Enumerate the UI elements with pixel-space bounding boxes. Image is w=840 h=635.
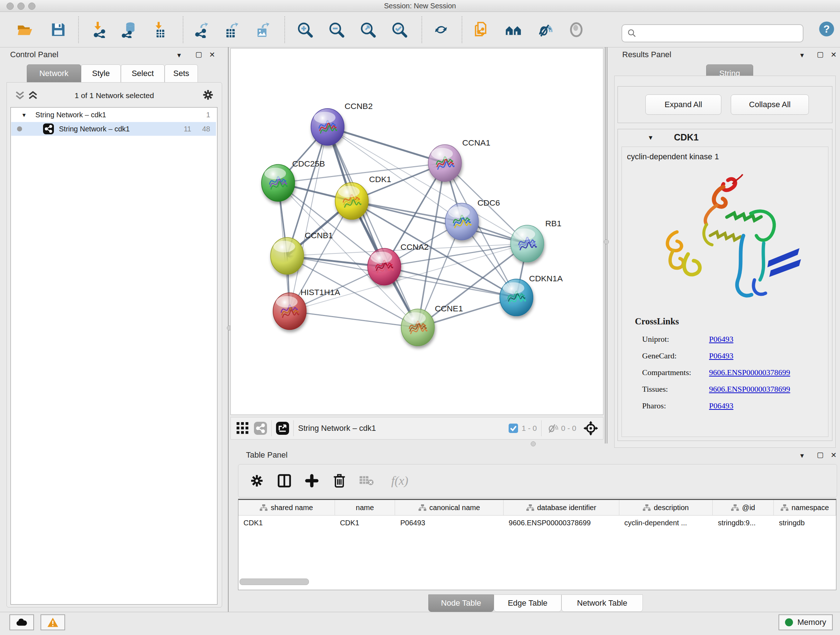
- expand-all-button[interactable]: Expand All: [645, 95, 722, 115]
- edge-ccnb2-ccna1[interactable]: [327, 127, 445, 163]
- column-header-canonicalname[interactable]: canonical name: [395, 500, 504, 515]
- refresh-button[interactable]: [431, 20, 451, 40]
- share-document-button[interactable]: [472, 20, 491, 40]
- save-session-button[interactable]: [49, 20, 68, 40]
- open-in-new-window-icon[interactable]: [276, 422, 289, 435]
- selected-checkbox-icon[interactable]: [508, 424, 518, 433]
- export-network-button[interactable]: [192, 20, 211, 40]
- right-splitter-handle[interactable]: [604, 239, 609, 244]
- edge-cdk1-rb1[interactable]: [352, 201, 527, 244]
- collection-expand-arrow-icon[interactable]: ▼: [21, 112, 27, 118]
- node-cdk1[interactable]: [335, 182, 368, 219]
- tab-style[interactable]: Style: [81, 65, 121, 82]
- import-table-file-button[interactable]: [150, 20, 169, 40]
- control-panel-maximize-button[interactable]: ▢: [195, 51, 202, 58]
- node-ccnb2[interactable]: [311, 109, 344, 146]
- export-table-button[interactable]: [221, 20, 241, 40]
- node-rb1[interactable]: [510, 225, 544, 262]
- zoom-out-button[interactable]: [327, 20, 346, 40]
- crosslink-link[interactable]: P06493: [709, 351, 733, 361]
- help-button[interactable]: ?: [817, 19, 836, 39]
- toolbar-separator: [78, 16, 79, 43]
- column-header-sharedname[interactable]: shared name: [238, 500, 335, 515]
- zoom-in-button[interactable]: [295, 20, 315, 40]
- tab-edge-table[interactable]: Edge Table: [494, 594, 561, 612]
- export-image-button[interactable]: [253, 20, 272, 40]
- delete-column-button[interactable]: [330, 471, 349, 491]
- right-splitter[interactable]: [605, 47, 606, 443]
- table-body: CDK1CDK1P064939606.ENSP00000378699cyclin…: [238, 516, 836, 530]
- grid-view-icon[interactable]: [237, 422, 249, 434]
- zoom-selected-button[interactable]: [390, 20, 409, 40]
- results-panel-float-button[interactable]: ▾: [800, 51, 804, 59]
- table-horizontal-scrollbar[interactable]: [240, 578, 309, 585]
- crosslink-link[interactable]: 9606.ENSP00000378699: [709, 385, 790, 394]
- node-cdkn1a[interactable]: [500, 279, 533, 316]
- bottom-splitter-handle[interactable]: [531, 441, 536, 447]
- memory-button[interactable]: Memory: [778, 614, 833, 630]
- node-ccna2[interactable]: [368, 249, 401, 285]
- crosslink-link[interactable]: P06493: [709, 401, 733, 410]
- network-graph[interactable]: CCNB2CCNA1CDC25BCDK1CDC6RB1CCNB1CCNA2CDK…: [231, 49, 603, 415]
- crosslink-link[interactable]: P06493: [709, 334, 733, 344]
- node-ccnb1[interactable]: [271, 238, 304, 274]
- control-panel-close-button[interactable]: ✕: [209, 51, 215, 58]
- tab-sets[interactable]: Sets: [164, 65, 198, 82]
- table-panel-maximize-button[interactable]: ▢: [817, 451, 824, 458]
- tab-network[interactable]: Network: [27, 65, 81, 82]
- statusbar-separator: [541, 420, 542, 436]
- cloud-icon: [16, 618, 28, 627]
- network-collection-row[interactable]: ▼ String Network – cdk1 1: [11, 108, 216, 122]
- search-input[interactable]: [637, 29, 794, 38]
- cloud-status-button[interactable]: [9, 614, 34, 630]
- show-results-button[interactable]: [567, 20, 586, 40]
- node-hist1h1a[interactable]: [273, 293, 306, 330]
- warnings-button[interactable]: [41, 614, 65, 630]
- node-ccne1[interactable]: [401, 309, 434, 346]
- hide-results-button[interactable]: [535, 20, 554, 40]
- tab-node-table[interactable]: Node Table: [428, 594, 494, 612]
- create-column-button[interactable]: [302, 471, 322, 491]
- open-session-button[interactable]: [15, 20, 35, 40]
- import-network-file-button[interactable]: [90, 20, 109, 40]
- tab-network-table[interactable]: Network Table: [561, 594, 643, 612]
- edge-hist1h1a-ccne1[interactable]: [290, 311, 418, 328]
- birds-eye-view-icon[interactable]: [584, 421, 598, 435]
- column-header-databaseidentifier[interactable]: database identifier: [504, 500, 619, 515]
- table-options-button[interactable]: [247, 471, 267, 491]
- tab-select[interactable]: Select: [121, 65, 164, 82]
- column-header-namespace[interactable]: namespace: [774, 500, 836, 515]
- node-ccna1[interactable]: [428, 144, 462, 181]
- column-header-id[interactable]: @id: [713, 500, 774, 515]
- network-edges[interactable]: [278, 127, 527, 328]
- column-header-name[interactable]: name: [335, 500, 395, 515]
- results-panel-close-button[interactable]: ✕: [831, 51, 837, 58]
- home-button[interactable]: [504, 20, 523, 40]
- edge-ccna2-cdkn1a[interactable]: [384, 267, 516, 298]
- edge-ccnb2-ccne1[interactable]: [327, 127, 418, 328]
- show-columns-button[interactable]: [275, 471, 294, 491]
- control-panel-float-button[interactable]: ▾: [177, 51, 181, 59]
- import-network-database-button[interactable]: [119, 20, 139, 40]
- node-label-ccnb1: CCNB1: [305, 231, 333, 240]
- column-header-description[interactable]: description: [619, 500, 713, 515]
- node-cdc25b[interactable]: [262, 165, 295, 201]
- table-panel-close-button[interactable]: ✕: [831, 451, 837, 459]
- crosslink-link[interactable]: 9606.ENSP00000378699: [709, 368, 790, 377]
- function-builder-button[interactable]: f(x): [385, 471, 415, 491]
- zoom-fit-button[interactable]: [358, 20, 378, 40]
- network-view-share-icon[interactable]: [254, 422, 267, 435]
- result-card-body: cyclin-dependent kinase 1: [622, 147, 829, 437]
- table-panel-float-button[interactable]: ▾: [800, 452, 804, 459]
- edge-ccnb2-hist1h1a[interactable]: [290, 127, 328, 311]
- network-canvas[interactable]: CCNB2CCNA1CDC25BCDK1CDC6RB1CCNB1CCNA2CDK…: [231, 48, 603, 415]
- collapse-all-button[interactable]: Collapse All: [731, 95, 809, 115]
- delete-table-button[interactable]: [357, 471, 377, 491]
- network-view-statusbar: String Network – cdk1 1 - 0 0 - 0: [231, 417, 603, 440]
- network-options-gear-icon[interactable]: [202, 89, 214, 101]
- table-row[interactable]: CDK1CDK1P064939606.ENSP00000378699cyclin…: [238, 516, 836, 530]
- result-collapse-arrow-icon[interactable]: ▼: [647, 134, 654, 141]
- network-row[interactable]: String Network – cdk1 11 48: [11, 122, 216, 136]
- node-cdc6[interactable]: [445, 203, 478, 240]
- results-panel-maximize-button[interactable]: ▢: [817, 51, 824, 58]
